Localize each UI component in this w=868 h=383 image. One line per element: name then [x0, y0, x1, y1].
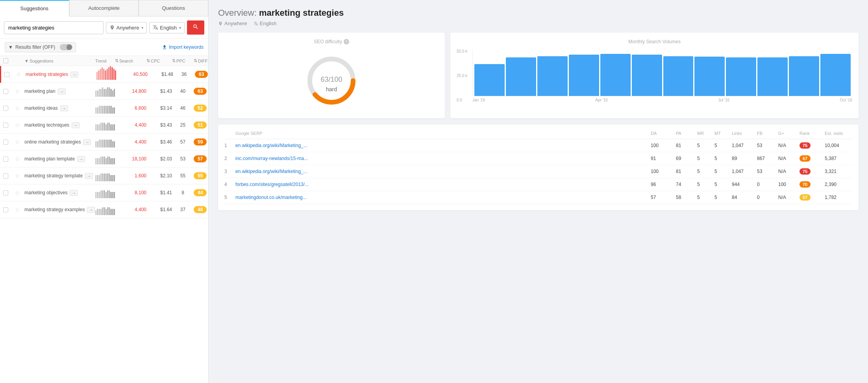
header-checkbox	[3, 58, 15, 63]
location-select[interactable]: Anywhere ▾	[106, 22, 147, 33]
filter-icon: ▼	[8, 44, 13, 50]
serp-est-visits: 2,390	[825, 182, 852, 187]
chart-bar	[632, 55, 662, 96]
keyword-arrow-btn[interactable]: →	[83, 139, 91, 145]
header-trend: Trend	[95, 59, 115, 63]
chart-bar	[663, 56, 694, 96]
bar-chart-y-axis: 50.0 k 25.0 k 0.0	[457, 49, 467, 102]
keyword-arrow-btn[interactable]: →	[77, 156, 85, 162]
serp-da: 96	[651, 182, 674, 187]
serp-mr: 5	[697, 156, 713, 161]
serp-fb: 53	[757, 169, 777, 174]
serp-mt: 5	[714, 182, 730, 187]
suggestions-list: ☆ marketing strategies → 40,500 $1.48 36…	[0, 66, 208, 383]
row-checkbox[interactable]	[3, 207, 15, 212]
search-input[interactable]	[4, 21, 104, 34]
row-checkbox[interactable]	[3, 157, 15, 162]
row-checkbox[interactable]	[3, 140, 15, 145]
serp-url[interactable]: forbes.com/sites/gregsatell/2013/...	[235, 182, 649, 187]
row-diff: 57	[194, 155, 208, 162]
serp-rank-num: 5	[224, 195, 234, 200]
row-trend	[95, 120, 115, 131]
keyword-arrow-btn[interactable]: →	[60, 105, 68, 111]
row-star[interactable]: ☆	[15, 105, 24, 111]
row-checkbox[interactable]	[3, 173, 15, 179]
tab-suggestions[interactable]: Suggestions	[0, 0, 69, 17]
chart-bar	[506, 57, 536, 96]
row-checkbox[interactable]	[3, 123, 15, 128]
table-row: ☆ marketing objectives → 8,100 $1.41 8 4…	[0, 184, 208, 201]
seo-help-icon[interactable]: ?	[344, 39, 349, 44]
row-search: 4,400	[115, 207, 146, 212]
row-diff: 55	[194, 172, 208, 179]
meta-location: Anywhere	[218, 20, 247, 26]
header-ppc[interactable]: ⇅ PPC	[172, 58, 194, 63]
row-star[interactable]: ☆	[15, 173, 24, 179]
serp-score: 67	[800, 155, 823, 162]
row-checkbox[interactable]	[3, 89, 15, 94]
table-row: ☆ marketing ideas → 6,600 $3.14 46 52	[0, 100, 208, 117]
row-cpc: $2.03	[146, 156, 172, 162]
keyword-arrow-btn[interactable]: →	[87, 207, 95, 213]
results-filter-label: ▼ Results filter (OFF)	[5, 42, 76, 52]
table-row: ☆ marketing strategy examples → 4,400 $1…	[0, 201, 208, 218]
filter-text: Results filter (OFF)	[15, 44, 55, 50]
tab-autocomplete[interactable]: Autocomplete	[69, 0, 139, 16]
row-star[interactable]: ☆	[15, 190, 24, 196]
keyword-arrow-btn[interactable]: →	[70, 190, 78, 196]
serp-row: 5 marketingdonut.co.uk/marketing... 57 5…	[224, 191, 852, 204]
row-cpc: $1.48	[148, 72, 173, 77]
row-checkbox[interactable]	[3, 190, 15, 195]
header-suggestions[interactable]: ▼ Suggestions	[24, 59, 95, 63]
row-checkbox[interactable]	[4, 72, 16, 77]
serp-score: 70	[800, 181, 823, 188]
tab-questions[interactable]: Questions	[139, 0, 208, 16]
keyword-arrow-btn[interactable]: →	[58, 88, 66, 94]
row-star[interactable]: ☆	[15, 156, 24, 162]
row-star[interactable]: ☆	[15, 88, 24, 94]
keyword-arrow-btn[interactable]: →	[85, 173, 93, 179]
filter-toggle[interactable]	[60, 44, 72, 50]
header-cpc[interactable]: ⇅ CPC	[146, 58, 172, 63]
seo-difficulty-card: SEO difficulty ? 63/100 hard	[218, 33, 445, 118]
row-star[interactable]: ☆	[16, 71, 26, 77]
serp-est-visits: 3,321	[825, 169, 852, 174]
language-select[interactable]: English ▾	[149, 22, 185, 33]
serp-url[interactable]: en.wikipedia.org/wiki/Marketing_...	[235, 169, 649, 174]
row-ppc: 40	[172, 88, 194, 94]
serp-url[interactable]: inc.com/murray-newlands/15-ma...	[235, 156, 649, 161]
header-search[interactable]: ⇅ Search	[115, 58, 146, 63]
serp-links: 944	[732, 182, 755, 187]
row-diff: 44	[194, 189, 208, 196]
right-panel: Overview: marketing strategies Anywhere …	[209, 0, 868, 383]
search-bar: Anywhere ▾ English ▾	[0, 17, 208, 39]
serp-da: 100	[651, 169, 674, 174]
row-star[interactable]: ☆	[15, 122, 24, 128]
row-search: 4,400	[115, 139, 146, 145]
serp-mt: 5	[714, 156, 730, 161]
row-keyword: marketing strategy examples →	[24, 207, 95, 213]
row-ppc: 57	[172, 139, 194, 145]
row-ppc: 25	[172, 122, 194, 128]
serp-header: Google SERP DA PA MR MT Links FB G+ Rank…	[224, 131, 852, 139]
keyword-arrow-btn[interactable]: →	[70, 72, 78, 77]
table-row: ☆ marketing plan template → 18,100 $2.03…	[0, 151, 208, 168]
row-checkbox[interactable]	[3, 106, 15, 111]
overview-keyword: marketing strategies	[259, 8, 344, 18]
import-keywords-button[interactable]: Import keywords	[162, 44, 204, 50]
row-keyword: marketing techniques →	[24, 122, 95, 128]
keyword-arrow-btn[interactable]: →	[72, 122, 80, 128]
left-panel: Suggestions Autocomplete Questions Anywh…	[0, 0, 209, 383]
serp-url[interactable]: en.wikipedia.org/wiki/Marketing_...	[235, 143, 649, 148]
chart-bar	[789, 56, 819, 96]
import-label: Import keywords	[169, 44, 204, 50]
search-button[interactable]	[187, 20, 204, 35]
row-ppc: 46	[172, 105, 194, 111]
row-star[interactable]: ☆	[15, 139, 24, 145]
language-value: English	[160, 25, 177, 31]
serp-gplus: N/A	[778, 156, 798, 161]
row-star[interactable]: ☆	[15, 206, 24, 213]
serp-score: 75	[800, 142, 823, 149]
serp-url[interactable]: marketingdonut.co.uk/marketing...	[235, 195, 649, 200]
serp-mr: 5	[697, 182, 713, 187]
